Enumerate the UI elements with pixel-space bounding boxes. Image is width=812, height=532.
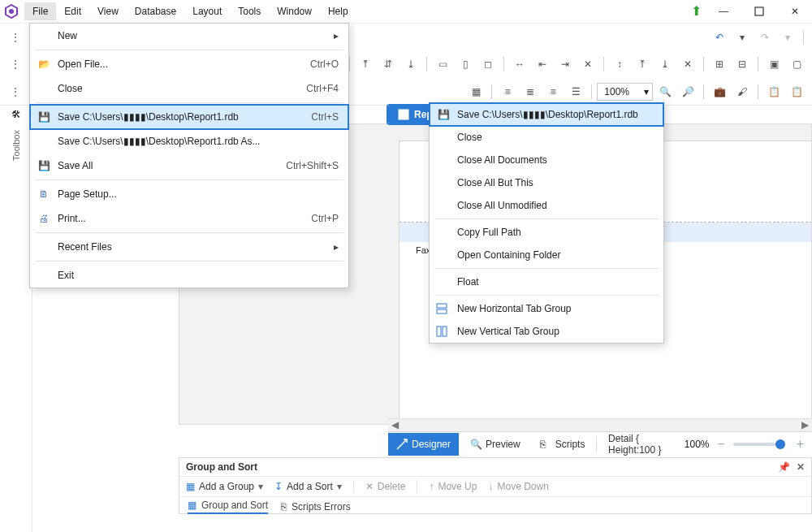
- gs-tab2-label: Scripts Errors: [292, 501, 351, 513]
- file-close[interactable]: Close Ctrl+F4: [30, 76, 348, 101]
- same-w-icon[interactable]: ▭: [432, 54, 453, 75]
- space-v-icon[interactable]: ↕: [609, 54, 630, 75]
- menu-layout[interactable]: Layout: [184, 2, 230, 20]
- inc-v-icon[interactable]: ⤒: [632, 54, 653, 75]
- para-justify-icon[interactable]: ☰: [565, 81, 586, 102]
- file-exit[interactable]: Exit: [30, 263, 348, 288]
- toolbox-label[interactable]: Toolbox: [11, 130, 21, 161]
- ctx-open-folder-label: Open Containing Folder: [457, 249, 560, 261]
- rem-v-icon[interactable]: ✕: [677, 54, 698, 75]
- undo-icon[interactable]: ↶: [709, 27, 730, 48]
- file-close-label: Close: [58, 83, 83, 94]
- bring-front-icon[interactable]: ▣: [763, 54, 784, 75]
- window-minimize[interactable]: —: [710, 2, 737, 21]
- ctx-close-but[interactable]: Close All But This: [430, 171, 663, 194]
- ctx-float[interactable]: Float: [430, 270, 663, 293]
- scroll-right-icon[interactable]: ▶: [798, 419, 812, 430]
- tab-scripts[interactable]: ⎘ Scripts: [532, 433, 594, 456]
- para-right-icon[interactable]: ≡: [542, 81, 564, 102]
- tb-left-handle-3[interactable]: ⋮: [5, 81, 26, 102]
- tb-left-handle-2[interactable]: ⋮: [5, 54, 26, 75]
- file-print[interactable]: 🖨 Print... Ctrl+P: [30, 206, 348, 231]
- move-down-btn[interactable]: ↓ Move Down: [488, 481, 548, 492]
- zoom-in-btn[interactable]: +: [788, 437, 812, 452]
- para-left-icon[interactable]: ≡: [497, 81, 518, 102]
- tab-preview[interactable]: 🔍 Preview: [462, 433, 529, 456]
- file-saveall[interactable]: 💾 Save All Ctrl+Shift+S: [30, 154, 348, 178]
- move-down-icon: ↓: [488, 481, 493, 492]
- zoom-in-icon[interactable]: 🔍: [654, 81, 676, 102]
- gs-close-icon[interactable]: ✕: [797, 461, 805, 473]
- window-close[interactable]: ✕: [781, 2, 809, 21]
- tb-left-handle[interactable]: ⋮: [5, 27, 26, 48]
- tab-designer[interactable]: Designer: [388, 433, 459, 456]
- pin-icon[interactable]: 📌: [778, 461, 790, 473]
- toolbox-icon[interactable]: 🛠: [11, 109, 21, 120]
- gs-tab-scripterrors[interactable]: ⎘ Scripts Errors: [281, 500, 351, 514]
- zoom-out-icon[interactable]: 🔎: [677, 81, 698, 102]
- file-print-shortcut: Ctrl+P: [311, 213, 339, 224]
- dec-v-icon[interactable]: ⤓: [654, 54, 676, 75]
- clipboard-icon[interactable]: 📋: [763, 81, 784, 102]
- zoom-slider[interactable]: [733, 443, 785, 446]
- gs-tab-groupsort[interactable]: ▦ Group and Sort: [188, 500, 268, 514]
- file-new[interactable]: New ▸: [30, 24, 348, 48]
- space-h-icon[interactable]: ↔: [509, 54, 530, 75]
- menu-edit[interactable]: Edit: [56, 2, 89, 20]
- zoom-slider-thumb[interactable]: [775, 439, 785, 449]
- file-open-shortcut: Ctrl+O: [310, 58, 339, 70]
- delete-btn[interactable]: ✕ Delete: [365, 481, 406, 492]
- para-center-icon[interactable]: ≣: [520, 81, 541, 102]
- pagesetup-icon: 🗎: [37, 188, 51, 200]
- tbl-paint-icon[interactable]: ▦: [465, 81, 486, 102]
- redo-drop-icon[interactable]: ▾: [777, 27, 798, 48]
- window-maximize[interactable]: [745, 2, 773, 21]
- ctx-close-unmod[interactable]: Close All Unmodified: [430, 194, 663, 217]
- menu-help[interactable]: Help: [320, 2, 356, 20]
- undo-drop-icon[interactable]: ▾: [732, 27, 753, 48]
- open-icon: 📂: [37, 58, 51, 70]
- menu-tools[interactable]: Tools: [230, 2, 269, 20]
- redo-icon[interactable]: ↷: [754, 27, 775, 48]
- ctx-open-folder[interactable]: Open Containing Folder: [430, 244, 663, 266]
- align-vmid-icon[interactable]: ⇵: [378, 54, 399, 75]
- ctx-h-group[interactable]: New Horizontal Tab Group: [430, 297, 663, 320]
- scroll-left-icon[interactable]: ◀: [388, 419, 402, 430]
- ctx-save[interactable]: 💾 Save C:\Users\▮▮▮▮\Desktop\Report1.rdb: [430, 103, 663, 126]
- inc-h-icon[interactable]: ⇤: [532, 54, 553, 75]
- add-group-btn[interactable]: ▦ Add a Group▾: [186, 481, 263, 492]
- menu-database[interactable]: Database: [127, 2, 184, 20]
- align-bottom-icon[interactable]: ⤓: [400, 54, 421, 75]
- dec-h-icon[interactable]: ⇥: [555, 54, 576, 75]
- menu-window[interactable]: Window: [269, 2, 320, 20]
- paint-roll-icon[interactable]: 🖌: [732, 81, 753, 102]
- send-back-icon[interactable]: ▢: [786, 54, 807, 75]
- update-icon[interactable]: ⬆: [691, 3, 702, 19]
- zoom-out-btn[interactable]: −: [713, 437, 730, 452]
- ctx-close-all[interactable]: Close All Documents: [430, 149, 663, 171]
- hscrollbar[interactable]: ◀ ▶: [388, 418, 812, 431]
- center-h-icon[interactable]: ⊞: [709, 54, 730, 75]
- zoom-combo[interactable]: 100% ▾: [597, 83, 653, 101]
- ctx-copy-path[interactable]: Copy Full Path: [430, 221, 663, 244]
- print-icon: 🖨: [37, 213, 51, 224]
- file-open[interactable]: 📂 Open File... Ctrl+O: [30, 52, 348, 76]
- same-h-icon[interactable]: ▯: [455, 54, 476, 75]
- move-up-btn[interactable]: ↑ Move Up: [429, 481, 477, 492]
- align-top-icon[interactable]: ⤒: [355, 54, 376, 75]
- clipboard-x-icon[interactable]: 📋: [786, 81, 807, 102]
- briefcase-icon[interactable]: 💼: [709, 81, 730, 102]
- file-pagesetup[interactable]: 🗎 Page Setup...: [30, 182, 348, 206]
- ctx-close[interactable]: Close: [430, 126, 663, 149]
- menu-file[interactable]: File: [24, 2, 56, 20]
- file-saveas[interactable]: Save C:\Users\▮▮▮▮\Desktop\Report1.rdb A…: [30, 129, 348, 154]
- same-size-icon[interactable]: ◻: [477, 54, 499, 75]
- ctx-v-group[interactable]: New Vertical Tab Group: [430, 320, 663, 343]
- center-v-icon[interactable]: ⊟: [732, 54, 753, 75]
- ctx-close-but-label: Close All But This: [457, 177, 533, 188]
- file-save[interactable]: 💾 Save C:\Users\▮▮▮▮\Desktop\Report1.rdb…: [30, 105, 348, 129]
- add-sort-btn[interactable]: ↧ Add a Sort▾: [274, 481, 342, 492]
- menu-view[interactable]: View: [89, 2, 127, 20]
- rem-h-icon[interactable]: ✕: [577, 54, 598, 75]
- file-recent[interactable]: Recent Files ▸: [30, 235, 348, 259]
